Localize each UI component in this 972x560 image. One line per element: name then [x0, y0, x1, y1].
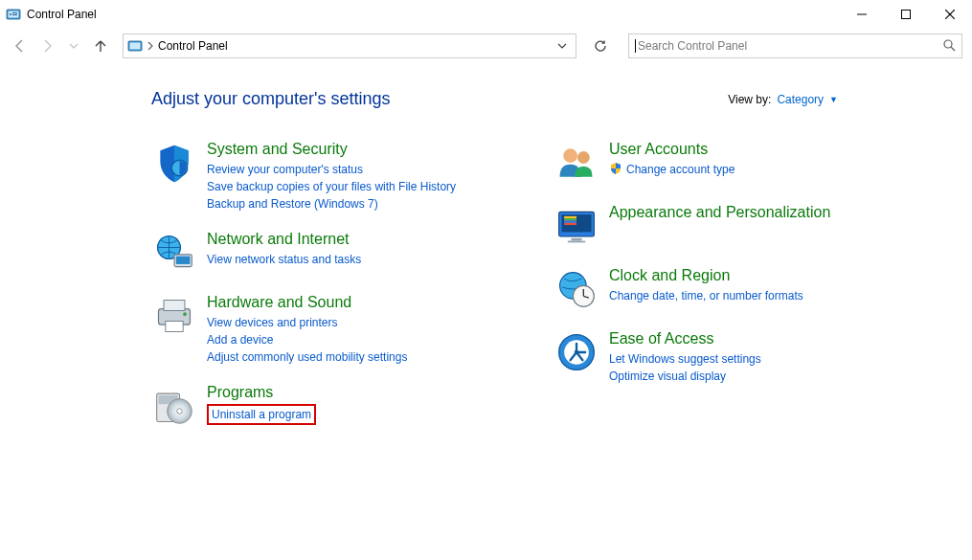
left-column: System and Security Review your computer… — [151, 140, 496, 446]
category-user-accounts: User Accounts Change account type — [554, 140, 898, 186]
navigation-bar: Control Panel Search Control Panel — [0, 30, 972, 62]
text-caret — [635, 39, 636, 53]
view-by-value[interactable]: Category — [777, 93, 824, 106]
svg-point-24 — [177, 409, 183, 414]
category-link[interactable]: Backup and Restore (Windows 7) — [207, 195, 456, 213]
category-system-security: System and Security Review your computer… — [151, 140, 496, 213]
category-clock-region: Clock and Region Change date, time, or n… — [554, 266, 898, 312]
category-title[interactable]: Ease of Access — [609, 329, 761, 348]
category-title[interactable]: Clock and Region — [609, 266, 803, 285]
search-placeholder: Search Control Panel — [638, 39, 747, 53]
chevron-down-icon[interactable]: ▼ — [829, 95, 838, 104]
content-area: Adjust your computer's settings View by:… — [0, 62, 972, 446]
svg-rect-16 — [176, 257, 191, 264]
svg-rect-32 — [564, 221, 576, 223]
category-link[interactable]: Optimize visual display — [609, 368, 761, 385]
category-hardware-sound: Hardware and Sound View devices and prin… — [151, 293, 496, 366]
svg-point-2 — [10, 13, 11, 15]
svg-line-12 — [951, 47, 955, 51]
address-bar[interactable]: Control Panel — [123, 34, 576, 58]
svg-rect-31 — [564, 218, 576, 220]
category-link[interactable]: Let Windows suggest settings — [609, 350, 761, 368]
shield-icon — [151, 140, 197, 186]
category-title[interactable]: Hardware and Sound — [207, 293, 407, 312]
svg-rect-3 — [12, 12, 17, 13]
window-title: Control Panel — [27, 8, 97, 21]
forward-button[interactable] — [36, 35, 57, 56]
svg-rect-33 — [572, 238, 582, 241]
close-button[interactable] — [928, 0, 972, 29]
category-title[interactable]: User Accounts — [609, 140, 735, 159]
monitor-personalize-icon — [554, 203, 599, 249]
svg-rect-30 — [564, 216, 576, 218]
globe-network-icon — [151, 230, 197, 276]
right-column: User Accounts Change account type — [554, 140, 898, 446]
uac-shield-icon — [609, 162, 622, 178]
control-panel-icon — [127, 38, 143, 54]
maximize-button[interactable] — [884, 0, 928, 29]
users-icon — [554, 140, 599, 186]
disc-box-icon — [151, 383, 197, 429]
category-link[interactable]: Change account type — [626, 161, 735, 178]
back-button[interactable] — [10, 35, 31, 56]
up-button[interactable] — [90, 35, 111, 56]
minimize-button[interactable] — [840, 0, 884, 29]
svg-point-26 — [577, 151, 590, 164]
view-by-label: View by: — [728, 93, 771, 106]
category-link[interactable]: Adjust commonly used mobility settings — [207, 348, 407, 366]
svg-rect-18 — [164, 301, 185, 311]
view-by: View by: Category ▼ — [728, 93, 838, 106]
category-ease-of-access: Ease of Access Let Windows suggest setti… — [554, 329, 898, 385]
svg-point-36 — [573, 285, 594, 306]
category-title[interactable]: Network and Internet — [207, 230, 361, 249]
category-appearance: Appearance and Personalization — [554, 203, 898, 249]
svg-point-41 — [575, 350, 579, 355]
category-link[interactable]: Add a device — [207, 331, 407, 348]
category-link[interactable]: View network status and tasks — [207, 251, 361, 268]
svg-point-20 — [183, 312, 187, 316]
control-panel-icon — [6, 7, 21, 22]
category-title[interactable]: Programs — [207, 383, 316, 402]
category-programs: Programs Uninstall a program — [151, 383, 496, 429]
category-link[interactable]: Change date, time, or number formats — [609, 287, 803, 304]
category-link[interactable]: View devices and printers — [207, 314, 407, 331]
category-network-internet: Network and Internet View network status… — [151, 230, 496, 276]
address-dropdown-button[interactable] — [553, 35, 572, 56]
chevron-right-icon[interactable] — [147, 41, 154, 52]
ease-of-access-icon — [554, 329, 599, 375]
svg-point-25 — [563, 148, 577, 163]
search-input[interactable]: Search Control Panel — [628, 34, 962, 58]
breadcrumb-control-panel[interactable]: Control Panel — [158, 39, 228, 53]
recent-locations-button[interactable] — [63, 35, 84, 56]
search-icon[interactable] — [942, 38, 956, 55]
category-link[interactable]: Review your computer's status — [207, 161, 456, 178]
svg-rect-10 — [130, 43, 141, 50]
svg-rect-4 — [12, 14, 17, 15]
clock-globe-icon — [554, 266, 599, 312]
svg-point-11 — [944, 40, 952, 48]
category-title[interactable]: System and Security — [207, 140, 456, 159]
titlebar: Control Panel — [0, 0, 972, 30]
category-title[interactable]: Appearance and Personalization — [609, 203, 830, 222]
printer-icon — [151, 293, 197, 339]
svg-rect-19 — [166, 322, 183, 332]
svg-rect-6 — [902, 11, 911, 19]
svg-rect-34 — [568, 241, 585, 243]
category-link[interactable]: Save backup copies of your files with Fi… — [207, 178, 456, 195]
link-uninstall-a-program[interactable]: Uninstall a program — [207, 404, 316, 425]
page-title: Adjust your computer's settings — [151, 89, 391, 109]
refresh-button[interactable] — [586, 34, 615, 58]
